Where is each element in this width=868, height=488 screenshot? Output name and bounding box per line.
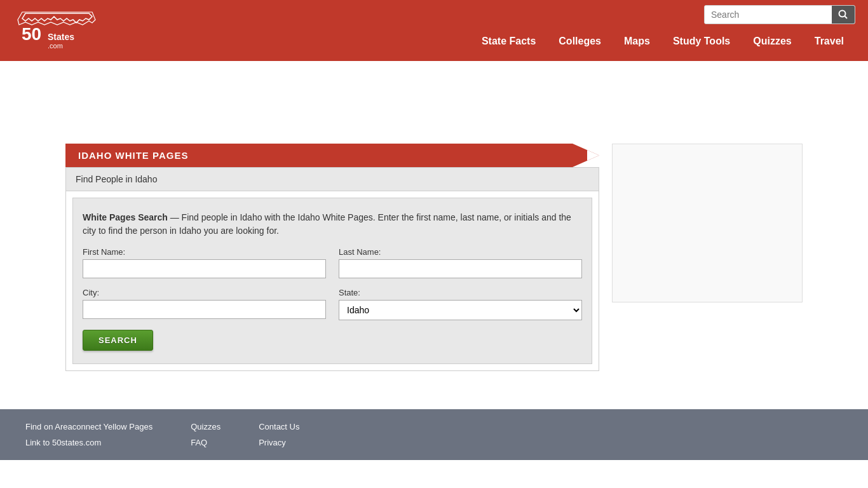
city-input[interactable] [83, 300, 326, 319]
svg-text:50: 50 [22, 24, 41, 44]
city-group: City: [83, 288, 326, 320]
svg-point-4 [839, 11, 846, 17]
first-name-input[interactable] [83, 259, 326, 278]
nav-travel[interactable]: Travel [803, 29, 855, 53]
page-title-banner: IDAHO WHITE PAGES [65, 144, 599, 167]
footer-contact-link[interactable]: Contact Us [259, 422, 299, 431]
location-fields-row: City: State: AlabamaAlaskaArizonaArkansa… [83, 288, 582, 320]
nav-bar: State Facts Colleges Maps Study Tools Qu… [470, 29, 855, 53]
footer-col-1: Find on Areaconnect Yellow Pages Link to… [25, 422, 153, 447]
footer-privacy-link[interactable]: Privacy [259, 438, 299, 447]
footer-areaconnect-link[interactable]: Find on Areaconnect Yellow Pages [25, 422, 153, 431]
footer-quizzes-link[interactable]: Quizzes [191, 422, 220, 431]
right-panel-ad [612, 144, 803, 302]
svg-marker-0 [22, 13, 92, 23]
header-right: State Facts Colleges Maps Study Tools Qu… [470, 5, 855, 53]
ad-space-top [0, 61, 868, 131]
search-icon [838, 10, 848, 20]
state-select[interactable]: AlabamaAlaskaArizonaArkansasCaliforniaCo… [339, 300, 582, 320]
nav-maps[interactable]: Maps [613, 29, 661, 53]
first-name-group: First Name: [83, 247, 326, 278]
state-label: State: [339, 288, 582, 297]
logo-area: 50 States .com [13, 7, 102, 51]
search-bar [704, 5, 855, 24]
search-input[interactable] [705, 6, 832, 24]
nav-state-facts[interactable]: State Facts [470, 29, 547, 53]
page-title-text: IDAHO WHITE PAGES [78, 150, 188, 161]
city-label: City: [83, 288, 326, 297]
svg-line-5 [845, 17, 848, 19]
nav-quizzes[interactable]: Quizzes [742, 29, 803, 53]
footer-link-50states[interactable]: Link to 50states.com [25, 438, 153, 447]
search-button[interactable]: SEARCH [83, 330, 153, 351]
main-content: IDAHO WHITE PAGES Find People in Idaho W… [53, 131, 815, 384]
last-name-label: Last Name: [339, 247, 582, 257]
svg-text:.com: .com [48, 42, 63, 50]
footer-inner: Find on Areaconnect Yellow Pages Link to… [25, 422, 843, 447]
name-fields-row: First Name: Last Name: [83, 247, 582, 278]
nav-colleges[interactable]: Colleges [547, 29, 613, 53]
search-submit-button[interactable] [832, 6, 855, 24]
site-header: 50 States .com State [0, 0, 868, 61]
form-container: Find People in Idaho White Pages Search … [65, 167, 599, 371]
nav-study-tools[interactable]: Study Tools [661, 29, 742, 53]
svg-text:States: States [48, 32, 74, 42]
description-text: White Pages Search — Find people in Idah… [83, 211, 582, 238]
footer-faq-link[interactable]: FAQ [191, 438, 220, 447]
left-panel: IDAHO WHITE PAGES Find People in Idaho W… [65, 144, 599, 371]
site-footer: Find on Areaconnect Yellow Pages Link to… [0, 409, 868, 460]
description-bold: White Pages Search [83, 212, 168, 222]
last-name-group: Last Name: [339, 247, 582, 278]
footer-col-2: Quizzes FAQ [191, 422, 220, 447]
form-section-header: Find People in Idaho [66, 168, 599, 191]
form-body: White Pages Search — Find people in Idah… [72, 198, 592, 364]
site-logo[interactable]: 50 States .com [13, 7, 102, 51]
footer-col-3: Contact Us Privacy [259, 422, 299, 447]
first-name-label: First Name: [83, 247, 326, 257]
last-name-input[interactable] [339, 259, 582, 278]
state-group: State: AlabamaAlaskaArizonaArkansasCalif… [339, 288, 582, 320]
